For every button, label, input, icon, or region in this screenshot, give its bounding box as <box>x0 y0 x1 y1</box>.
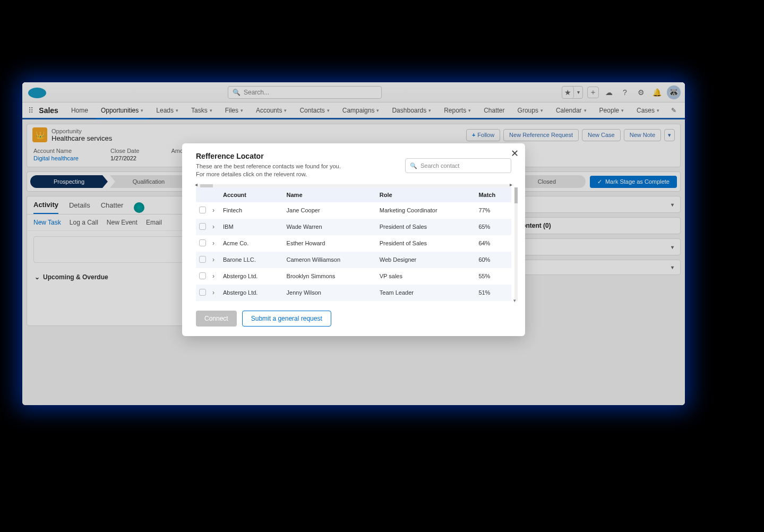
row-checkbox[interactable] <box>199 289 206 296</box>
cell-match: 65% <box>475 219 511 235</box>
connect-button[interactable]: Connect <box>196 311 237 327</box>
chevron-down-icon: ▾ <box>141 108 143 113</box>
modal-close-button[interactable]: ✕ <box>511 148 519 159</box>
chevron-down-icon: ▾ <box>540 108 543 113</box>
notifications-bell-icon[interactable]: 🔔 <box>651 87 663 98</box>
col-match[interactable]: Match <box>475 187 511 202</box>
close-date-label: Close Date <box>110 148 139 154</box>
reference-contacts-table: Account Name Role Match ›FintechJane Coo… <box>196 187 511 301</box>
chevron-down-icon: ▾ <box>327 108 330 113</box>
row-checkbox[interactable] <box>199 272 206 279</box>
row-checkbox[interactable] <box>199 223 206 230</box>
expand-row-icon[interactable]: › <box>209 235 220 252</box>
account-name-link[interactable]: Digital healthcare <box>33 155 79 161</box>
nav-opportunities[interactable]: Opportunities▾ <box>96 102 149 119</box>
subtab-log-a-call[interactable]: Log a Call <box>70 219 98 226</box>
cell-account: Acme Co. <box>220 235 284 252</box>
nav-home[interactable]: Home <box>66 102 93 118</box>
custom-tab-icon[interactable] <box>134 202 144 213</box>
new-reference-request-button[interactable]: New Reference Request <box>503 129 579 141</box>
table-row[interactable]: ›Acme Co.Esther HowardPresident of Sales… <box>196 235 511 252</box>
col-name[interactable]: Name <box>284 187 376 202</box>
subtab-email[interactable]: Email <box>146 219 162 226</box>
tab-activity[interactable]: Activity <box>33 201 58 214</box>
chevron-down-icon: ▾ <box>284 108 287 113</box>
chevron-down-icon: ⌄ <box>35 273 40 281</box>
nav-leads[interactable]: Leads▾ <box>151 102 184 118</box>
nav-contacts[interactable]: Contacts▾ <box>294 102 334 118</box>
nav-chatter[interactable]: Chatter <box>478 102 510 118</box>
col-account[interactable]: Account <box>220 187 284 202</box>
mark-stage-complete-button[interactable]: ✓Mark Stage as Complete <box>590 176 677 188</box>
help-icon[interactable]: ? <box>619 87 631 98</box>
chevron-down-icon: ▾ <box>176 108 178 113</box>
subtab-new-event[interactable]: New Event <box>107 219 138 226</box>
nav-dashboards[interactable]: Dashboards▾ <box>387 102 436 118</box>
cell-name: Jenny Wilson <box>284 285 376 301</box>
favorites-icon[interactable]: ★ <box>562 87 574 98</box>
nav-groups[interactable]: Groups▾ <box>512 102 548 118</box>
cell-account: Fintech <box>220 202 284 219</box>
nav-people[interactable]: People▾ <box>594 102 629 118</box>
cell-match: 51% <box>475 285 511 301</box>
table-row[interactable]: ›Abstergo Ltd.Jenny WilsonTeam Leader51% <box>196 285 511 301</box>
app-launcher-icon[interactable]: ⠿ <box>27 102 35 118</box>
expand-row-icon[interactable]: › <box>209 252 220 268</box>
chevron-down-icon: ▾ <box>584 108 587 113</box>
nav-tasks[interactable]: Tasks▾ <box>186 102 218 118</box>
row-checkbox[interactable] <box>199 239 206 246</box>
row-checkbox[interactable] <box>199 256 206 263</box>
subtab-new-task[interactable]: New Task <box>33 219 61 226</box>
table-row[interactable]: ›FintechJane CooperMarketing Coordinator… <box>196 202 511 219</box>
vertical-scrollbar[interactable]: ▾ <box>514 187 518 301</box>
tab-details[interactable]: Details <box>69 201 90 213</box>
nav-campaigns[interactable]: Campaigns▾ <box>337 102 385 118</box>
more-actions-button[interactable]: ▾ <box>664 129 675 141</box>
cell-name: Jane Cooper <box>284 202 376 219</box>
cell-account: Abstergo Ltd. <box>220 285 284 301</box>
global-search-input[interactable]: 🔍 Search... <box>228 86 382 99</box>
setup-gear-icon[interactable]: ⚙ <box>635 87 647 98</box>
expand-row-icon[interactable]: › <box>209 202 220 219</box>
nav-calendar[interactable]: Calendar▾ <box>551 102 592 118</box>
follow-button[interactable]: +Follow <box>466 129 500 141</box>
salesforce-help-icon[interactable]: ☁ <box>603 87 615 98</box>
path-step-prospecting[interactable]: Prospecting <box>30 175 108 188</box>
expand-row-icon[interactable]: › <box>209 219 220 235</box>
row-checkbox[interactable] <box>199 207 206 213</box>
table-row[interactable]: ›IBMWade WarrenPresident of Sales65% <box>196 219 511 235</box>
chevron-down-icon: ▾ <box>668 132 671 139</box>
chevron-down-icon: ▾ <box>671 264 674 270</box>
chevron-down-icon: ▾ <box>241 108 243 113</box>
scroll-thumb[interactable] <box>514 187 518 203</box>
expand-row-icon[interactable]: › <box>209 285 220 301</box>
edit-nav-icon[interactable]: ✎ <box>667 102 681 118</box>
favorites-dropdown-icon[interactable]: ▾ <box>574 87 582 98</box>
cell-match: 77% <box>475 202 511 219</box>
cell-match: 64% <box>475 235 511 252</box>
nav-accounts[interactable]: Accounts▾ <box>251 102 292 118</box>
tab-chatter[interactable]: Chatter <box>101 201 124 213</box>
new-note-button[interactable]: New Note <box>624 129 661 141</box>
record-type-label: Opportunity <box>51 128 112 134</box>
nav-reports[interactable]: Reports▾ <box>439 102 476 118</box>
col-role[interactable]: Role <box>376 187 476 202</box>
table-row[interactable]: ›Barone LLC.Cameron WilliamsonWeb Design… <box>196 252 511 268</box>
reference-locator-modal: ✕ Refference Locator These are the best … <box>182 143 525 336</box>
app-nav-bar: ⠿ Sales Home Opportunities▾ Leads▾ Tasks… <box>22 102 685 119</box>
user-avatar[interactable]: 🦝 <box>667 85 681 99</box>
submit-general-request-button[interactable]: Submit a general request <box>242 311 331 327</box>
cell-role: Marketing Coordinator <box>376 202 476 219</box>
path-step-qualification[interactable]: Qualification <box>110 175 187 188</box>
search-contact-placeholder: Search contact <box>420 162 459 169</box>
add-icon[interactable]: ＋ <box>587 87 599 98</box>
search-icon: 🔍 <box>233 89 241 96</box>
nav-cases[interactable]: Cases▾ <box>631 102 665 118</box>
search-contact-input[interactable]: 🔍 Search contact <box>405 158 511 173</box>
expand-row-icon[interactable]: › <box>209 268 220 285</box>
record-name: Healthcare services <box>51 134 112 142</box>
new-case-button[interactable]: New Case <box>582 129 621 141</box>
cell-role: Web Designer <box>376 252 476 268</box>
table-row[interactable]: ›Abstergo Ltd.Brooklyn SimmonsVP sales55… <box>196 268 511 285</box>
nav-files[interactable]: Files▾ <box>220 102 248 118</box>
